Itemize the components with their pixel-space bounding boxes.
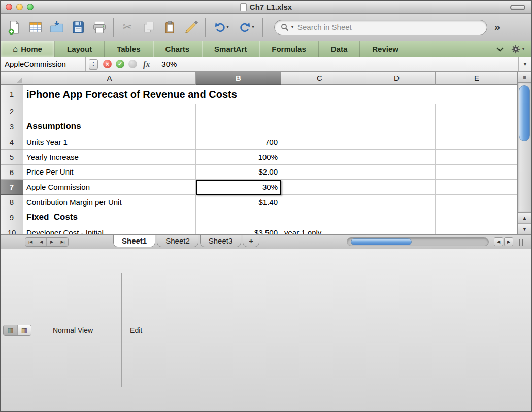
cell-E10[interactable] — [436, 225, 517, 234]
cell-B8[interactable]: $1.40 — [196, 195, 281, 210]
cell-D10[interactable] — [358, 225, 436, 234]
paste-button[interactable] — [160, 17, 180, 38]
cell-D3[interactable] — [358, 119, 436, 134]
search-input[interactable]: ▾ Search in Sheet — [274, 20, 487, 35]
row-header-10[interactable]: 10 — [1, 225, 23, 234]
next-sheet-button[interactable]: ▶ — [47, 238, 57, 246]
cell-E6[interactable] — [436, 165, 517, 180]
print-button[interactable] — [90, 17, 109, 38]
cancel-entry-button[interactable]: × — [103, 60, 112, 68]
row-header-6[interactable]: 6 — [1, 165, 23, 180]
cell-C2[interactable] — [281, 104, 358, 119]
row-header-2[interactable]: 2 — [1, 104, 23, 119]
insert-function-icon[interactable]: fx — [143, 60, 150, 69]
redo-button[interactable]: ▾ — [235, 17, 258, 38]
ribbon-tab-data[interactable]: Data — [319, 41, 360, 57]
row-header-1[interactable]: 1 — [1, 85, 23, 104]
undo-button[interactable]: ▾ — [210, 17, 233, 38]
cell-B6[interactable]: $2.00 — [196, 165, 281, 180]
cell-E4[interactable] — [436, 134, 517, 150]
vertical-scroll-thumb[interactable] — [519, 85, 530, 141]
vertical-scroll-track[interactable] — [518, 83, 531, 212]
cell-A8[interactable]: Contribution Margin per Unit — [23, 195, 196, 210]
cell-A5[interactable]: Yearly Increase — [23, 150, 196, 165]
cell-A3[interactable]: Assumptions — [23, 119, 196, 134]
cell-E7[interactable] — [436, 180, 517, 195]
format-painter-button[interactable] — [182, 17, 201, 38]
scroll-up-button[interactable]: ▲ — [518, 213, 531, 223]
horizontal-scroll-thumb[interactable] — [351, 238, 412, 245]
search-scope-chevron-icon[interactable]: ▾ — [291, 25, 293, 29]
open-button[interactable] — [47, 17, 66, 38]
cell-D4[interactable] — [358, 134, 436, 150]
column-header-A[interactable]: A — [23, 72, 196, 85]
cell-B2[interactable] — [196, 104, 281, 119]
cell-D8[interactable] — [358, 195, 436, 210]
scroll-right-button[interactable]: ▶ — [504, 237, 513, 246]
cell-C4[interactable] — [281, 134, 358, 150]
cell-D7[interactable] — [358, 180, 436, 195]
row-header-3[interactable]: 3 — [1, 119, 23, 134]
zoom-button[interactable] — [27, 4, 34, 10]
collapse-ribbon-chevron-icon[interactable] — [496, 47, 504, 52]
cell-B7[interactable]: 30% — [196, 180, 281, 195]
cell-A1[interactable]: iPhone App Forecast of Revenue and Costs — [23, 85, 517, 104]
name-box-stepper[interactable]: ▲▼ — [89, 59, 98, 70]
ribbon-tab-home[interactable]: ⌂Home — [1, 41, 55, 57]
column-header-C[interactable]: C — [281, 72, 358, 85]
cut-button[interactable]: ✂ — [118, 17, 137, 38]
cell-C5[interactable] — [281, 150, 358, 165]
cell-D2[interactable] — [358, 104, 436, 119]
cell-A2[interactable] — [23, 104, 196, 119]
cell-B9[interactable] — [196, 210, 281, 225]
last-sheet-button[interactable]: ▶| — [57, 238, 68, 246]
row-header-7[interactable]: 7 — [1, 180, 23, 195]
cell-C9[interactable] — [281, 210, 358, 225]
save-button[interactable] — [69, 17, 88, 38]
row-header-4[interactable]: 4 — [1, 134, 23, 150]
cell-E2[interactable] — [436, 104, 517, 119]
row-header-9[interactable]: 9 — [1, 210, 23, 225]
toolbar-toggle-pill[interactable] — [510, 5, 525, 10]
cell-D6[interactable] — [358, 165, 436, 180]
cell-E9[interactable] — [436, 210, 517, 225]
ribbon-tab-charts[interactable]: Charts — [153, 41, 203, 57]
formula-bar-expand-button[interactable]: ▼ — [518, 57, 531, 71]
column-header-D[interactable]: D — [358, 72, 436, 85]
horizontal-scrollbar[interactable] — [347, 237, 489, 246]
cell-A10[interactable]: Developer Cost - Initial — [23, 225, 196, 234]
vertical-scrollbar[interactable]: ≡ ▲ ▼ — [517, 72, 531, 234]
ribbon-options-button[interactable]: ▾ — [511, 45, 524, 54]
sheet-tab-sheet2[interactable]: Sheet2 — [157, 235, 198, 247]
previous-sheet-button[interactable]: ◀ — [36, 238, 47, 246]
cell-E5[interactable] — [436, 150, 517, 165]
select-all-corner[interactable] — [1, 72, 23, 85]
first-sheet-button[interactable]: |◀ — [25, 238, 36, 246]
cell-D9[interactable] — [358, 210, 436, 225]
sheet-tab-sheet3[interactable]: Sheet3 — [200, 235, 242, 247]
cell-B4[interactable]: 700 — [196, 134, 281, 150]
table-button[interactable] — [26, 17, 45, 38]
minimize-button[interactable] — [16, 4, 23, 10]
scroll-down-button[interactable]: ▼ — [518, 223, 531, 234]
cell-A6[interactable]: Price Per Unit — [23, 165, 196, 180]
normal-view-button[interactable]: ▦ — [4, 325, 17, 335]
cell-C3[interactable] — [281, 119, 358, 134]
ribbon-tab-review[interactable]: Review — [360, 41, 411, 57]
ribbon-tab-smartart[interactable]: SmartArt — [202, 41, 259, 57]
cell-E3[interactable] — [436, 119, 517, 134]
column-header-B[interactable]: B — [196, 72, 281, 85]
scrollbar-split-button[interactable]: ≡ — [518, 72, 531, 83]
cell-A7[interactable]: Apple Commission — [23, 180, 196, 195]
row-header-5[interactable]: 5 — [1, 150, 23, 165]
cell-C8[interactable] — [281, 195, 358, 210]
formula-input[interactable]: 30% — [154, 60, 518, 68]
sheet-tab-sheet1[interactable]: Sheet1 — [113, 235, 155, 247]
ribbon-tab-formulas[interactable]: Formulas — [259, 41, 319, 57]
cell-D5[interactable] — [358, 150, 436, 165]
cell-C6[interactable] — [281, 165, 358, 180]
cell-B5[interactable]: 100% — [196, 150, 281, 165]
accept-entry-button[interactable]: ✓ — [116, 60, 124, 68]
column-header-E[interactable]: E — [436, 72, 517, 85]
close-button[interactable] — [6, 4, 12, 10]
